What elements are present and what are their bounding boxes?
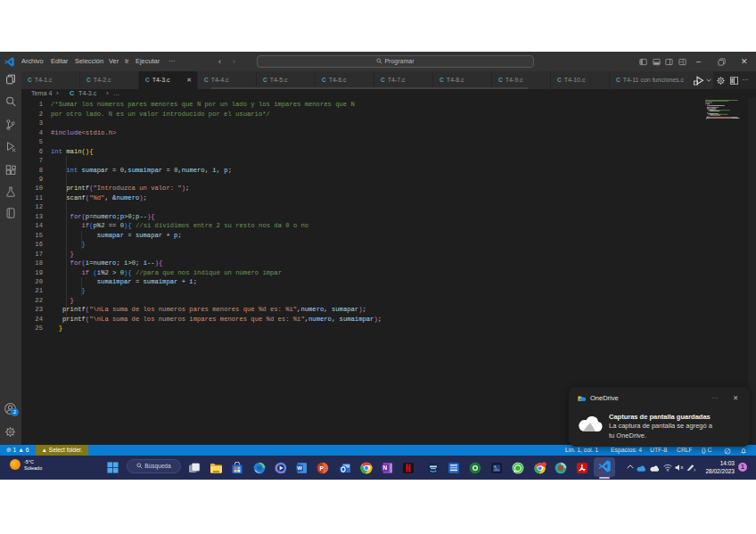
svg-text:P: P [319,464,324,471]
svg-text:N: N [383,464,388,471]
svg-text:W: W [297,465,302,471]
